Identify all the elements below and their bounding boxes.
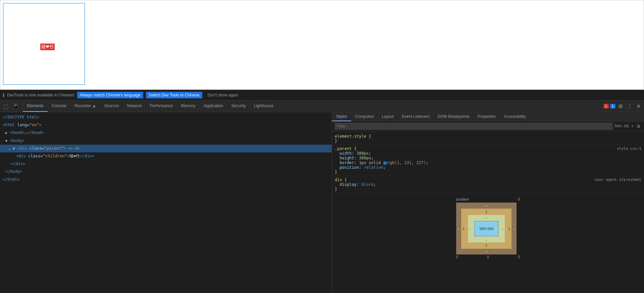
css-val-position[interactable]: relative — [364, 165, 383, 170]
add-style-button[interactable]: + — [630, 124, 635, 129]
styles-filter-input[interactable] — [335, 123, 612, 130]
filter-controls: :hov .cls + ⊞ — [614, 124, 641, 129]
tab-network[interactable]: Network — [123, 100, 146, 112]
device-toggle-button[interactable]: 📱 — [11, 102, 20, 110]
html-tree: <!DOCTYPE html> <html lang="en"> ▶ <head… — [0, 112, 332, 293]
box-position-label: position — [456, 197, 469, 201]
border-right-val: 1 — [508, 227, 510, 230]
outer-bottom-val: 0 — [487, 255, 489, 259]
cls-label[interactable]: .cls — [623, 124, 629, 129]
css-val-border-num[interactable]: 1px solid — [359, 160, 383, 165]
devtools-main: <!DOCTYPE html> <html lang="en"> ▶ <head… — [0, 112, 644, 293]
tree-line-body[interactable]: ▼ <body> — [0, 137, 332, 145]
more-options-button[interactable]: ⋮ — [626, 102, 634, 110]
expand-head-arrow[interactable]: ▶ — [5, 131, 7, 135]
tab-performance[interactable]: Performance — [146, 100, 177, 112]
tab-recorder[interactable]: Recorder ▲ — [70, 100, 100, 112]
always-match-button[interactable]: Always match Chrome's language — [77, 92, 143, 98]
tree-line-close-html[interactable]: </html> — [0, 176, 332, 184]
box-border-layer: 1 1 1 1 – – – – 300×300 — [461, 209, 512, 249]
css-prop-display[interactable]: display — [339, 182, 357, 187]
chinese-label: 猫❤竹 — [40, 44, 55, 50]
css-source-parent[interactable]: style.css:1 — [617, 146, 641, 151]
tab-sources[interactable]: Sources — [100, 100, 123, 112]
style-tab-computed[interactable]: Computed — [351, 112, 378, 121]
styles-content: element.style { } style.css:1 .parent { … — [332, 131, 644, 293]
css-val-width[interactable]: 300px — [357, 151, 369, 156]
toolbar-right: 1 1 ⚙ ⋮ ✕ — [601, 102, 644, 110]
switch-devtools-button[interactable]: Switch Dev Tools to Chinese — [146, 92, 202, 98]
style-tab-dom-breakpoints[interactable]: DOM Breakpoints — [434, 112, 474, 121]
box-model-diagram: – – – – 1 1 1 1 – — [456, 203, 517, 254]
padding-top-val: – — [485, 216, 487, 219]
style-tab-accessibility[interactable]: Accessibility — [500, 112, 530, 121]
close-devtools-button[interactable]: ✕ — [635, 102, 642, 110]
css-val-height[interactable]: 300px — [359, 156, 371, 160]
box-content: 300×300 — [474, 221, 498, 236]
css-rule-element-style: element.style { } — [332, 133, 644, 145]
notification-text: DevTools is now available in Chinese! — [7, 93, 74, 97]
tree-line-doctype[interactable]: <!DOCTYPE html> — [0, 114, 332, 121]
outer-right-val: 0 — [518, 255, 520, 259]
css-selector-element-style[interactable]: element.style { — [335, 134, 371, 139]
styles-panel: Styles Computed Layout Event Listeners D… — [332, 112, 644, 293]
margin-bottom-val: – — [485, 249, 487, 253]
css-source-div: user agent stylesheet — [595, 177, 641, 182]
border-left-val: 1 — [463, 227, 465, 230]
tree-line-children-div[interactable]: <div class="children">猫❤竹</div> — [0, 152, 332, 160]
padding-left-val: – — [469, 227, 471, 230]
tab-elements[interactable]: Elements — [23, 100, 48, 112]
css-prop-border[interactable]: border — [339, 160, 354, 165]
devtools-tabs: Elements Console Recorder ▲ Sources Netw… — [23, 100, 601, 112]
css-prop-height[interactable]: height — [339, 156, 354, 160]
border-bottom-val: 1 — [485, 244, 487, 247]
css-prop-width[interactable]: width — [339, 151, 352, 156]
tree-line-close-body[interactable]: </body> — [0, 168, 332, 175]
css-rule-div: user agent stylesheet div { display: blo… — [332, 176, 644, 193]
outer-left-val: 0 — [456, 255, 458, 259]
border-top-val: 1 — [485, 210, 487, 214]
style-tab-styles[interactable]: Styles — [332, 112, 351, 121]
tab-application[interactable]: Application — [200, 100, 227, 112]
box-position-val: 0 — [518, 197, 520, 201]
css-selector-div[interactable]: div { — [335, 177, 347, 182]
tree-line-html[interactable]: <html lang="en"> — [0, 121, 332, 129]
tree-line-head[interactable]: ▶ <head>…</head> — [0, 129, 332, 137]
margin-right-val: – — [513, 227, 515, 230]
style-tab-layout[interactable]: Layout — [378, 112, 398, 121]
border-color-swatch — [383, 161, 387, 165]
warning-badge: 1 — [610, 104, 615, 108]
dont-show-again-button[interactable]: Don't show again — [205, 92, 241, 98]
new-style-rule-button[interactable]: ⊞ — [636, 124, 641, 129]
css-prop-position[interactable]: position — [339, 165, 359, 170]
elements-panel: <!DOCTYPE html> <html lang="en"> ▶ <head… — [0, 112, 332, 293]
css-selector-parent[interactable]: .parent { — [335, 146, 357, 151]
box-model-section: position 0 – – – – 1 1 1 — [332, 195, 644, 262]
css-val-border-color[interactable]: rgb(1, 131, 227) — [387, 160, 426, 165]
tab-memory[interactable]: Memory — [177, 100, 199, 112]
error-badge: 1 — [603, 104, 609, 108]
inspect-element-button[interactable]: ⬚ — [2, 102, 10, 110]
style-tab-event-listeners[interactable]: Event Listeners — [398, 112, 434, 121]
toolbar-left-icons: ⬚ 📱 — [0, 102, 23, 110]
browser-viewport: 猫❤竹 — [0, 0, 644, 90]
tab-lighthouse[interactable]: Lighthouse — [250, 100, 278, 112]
settings-button[interactable]: ⚙ — [617, 102, 624, 110]
tab-console[interactable]: Console — [48, 100, 70, 112]
style-tab-properties[interactable]: Properties — [474, 112, 500, 121]
styles-tabs: Styles Computed Layout Event Listeners D… — [332, 112, 644, 122]
box-padding-layer: – – – – 300×300 — [468, 215, 505, 242]
info-icon: ℹ — [3, 92, 4, 98]
page-box: 猫❤竹 — [3, 3, 85, 85]
pseudo-states-label[interactable]: :hov — [614, 124, 622, 129]
notification-bar: ℹ DevTools is now available in Chinese! … — [0, 90, 644, 100]
css-val-display[interactable]: block — [361, 182, 373, 187]
tree-line-close-div[interactable]: </div> — [0, 160, 332, 168]
margin-top-val: – — [485, 204, 487, 208]
padding-bottom-val: – — [485, 238, 487, 242]
expand-body-arrow[interactable]: ▼ — [5, 139, 7, 143]
margin-left-val: – — [458, 227, 460, 230]
tab-security[interactable]: Security — [227, 100, 250, 112]
tree-line-parent-div[interactable]: … ▼ <div class="parent"> == $0 — [0, 145, 332, 152]
padding-right-val: – — [502, 227, 504, 230]
